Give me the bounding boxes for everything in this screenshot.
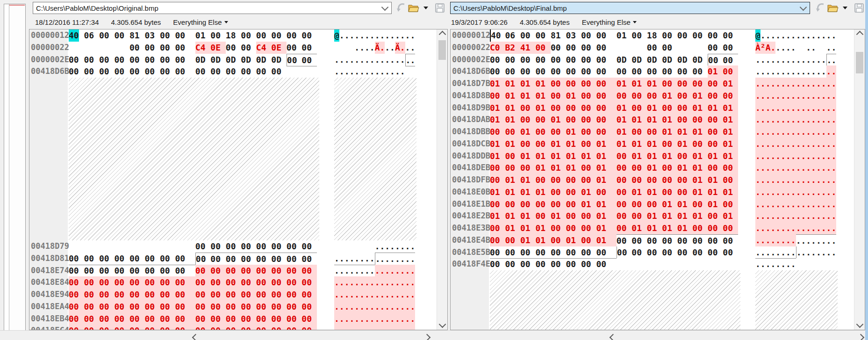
hex-byte[interactable]: 01 — [647, 162, 662, 174]
hex-byte[interactable]: 00 — [581, 78, 596, 90]
ascii-char[interactable]: . — [796, 29, 801, 42]
hex-byte[interactable]: 00 — [677, 78, 693, 90]
ascii-char[interactable]: . — [354, 325, 359, 330]
ascii-char[interactable]: . — [806, 138, 811, 150]
ascii-char[interactable]: . — [770, 102, 775, 114]
hex-byte[interactable]: 00 — [617, 65, 632, 78]
ascii-char[interactable]: . — [354, 265, 359, 277]
ascii-char[interactable]: . — [770, 29, 775, 42]
hex-byte[interactable]: 00 — [69, 276, 84, 289]
ascii-char[interactable]: . — [831, 174, 836, 186]
hex-byte[interactable]: 00 — [490, 126, 505, 138]
hex-byte[interactable]: 00 — [647, 90, 662, 102]
hex-byte[interactable]: 00 — [662, 138, 677, 150]
ascii-char[interactable]: . — [339, 54, 344, 66]
ascii-char[interactable]: . — [806, 222, 811, 234]
hex-byte[interactable]: 00 — [677, 174, 693, 186]
ascii-char[interactable]: . — [781, 198, 786, 210]
ascii-char[interactable]: . — [370, 42, 375, 54]
hex-byte[interactable]: 00 — [551, 102, 566, 114]
ascii-char[interactable]: . — [760, 138, 766, 150]
hex-byte[interactable]: 01 — [723, 78, 738, 90]
ascii-char[interactable]: . — [380, 29, 385, 42]
hex-byte[interactable]: 00 — [195, 65, 211, 78]
hex-byte[interactable]: 01 — [581, 150, 596, 162]
hex-byte[interactable]: 00 — [551, 65, 566, 78]
hex-byte[interactable]: 00 — [84, 276, 100, 289]
hex-byte[interactable]: 00 — [256, 253, 272, 265]
hex-byte[interactable]: 00 — [566, 258, 581, 270]
hex-byte[interactable]: 01 — [631, 222, 647, 234]
hex-byte[interactable]: 00 — [617, 234, 632, 247]
hex-byte[interactable]: 00 — [662, 65, 677, 78]
ascii-char[interactable]: . — [796, 102, 801, 114]
hex-byte[interactable]: 0D — [241, 54, 256, 66]
hex-byte[interactable]: 00 — [69, 265, 84, 277]
ascii-char[interactable]: . — [801, 222, 806, 234]
hex-byte[interactable]: 00 — [520, 114, 536, 126]
hex-byte[interactable]: 01 — [581, 198, 596, 210]
hex-byte[interactable]: 06 — [84, 29, 100, 42]
hex-byte[interactable]: 00 — [175, 253, 195, 265]
hex-byte[interactable]: 00 — [505, 126, 521, 138]
hex-byte[interactable]: 00 — [677, 234, 693, 247]
ascii-char[interactable]: . — [766, 102, 771, 114]
hex-byte[interactable]: 00 — [708, 210, 723, 222]
hex-byte[interactable]: 00 — [596, 65, 617, 78]
ascii-char[interactable]: . — [801, 114, 806, 126]
hex-byte[interactable]: 00 — [617, 174, 632, 186]
ascii-char[interactable]: . — [405, 325, 410, 330]
hex-byte[interactable]: 00 — [241, 301, 256, 313]
right-browse-menu-button[interactable] — [841, 2, 849, 14]
ascii-char[interactable]: . — [770, 90, 775, 102]
ascii-char[interactable]: . — [806, 150, 811, 162]
left-browse-button[interactable] — [408, 2, 420, 14]
hex-byte[interactable]: C0 — [490, 42, 505, 54]
ascii-char[interactable]: . — [786, 102, 791, 114]
ascii-char[interactable]: . — [390, 276, 395, 289]
ascii-char[interactable]: . — [781, 138, 786, 150]
hex-byte[interactable]: 01 — [617, 102, 632, 114]
hex-byte[interactable]: 01 — [551, 138, 566, 150]
ascii-char[interactable]: . — [755, 90, 760, 102]
hex-byte[interactable]: 00 — [520, 65, 536, 78]
ascii-char[interactable]: . — [359, 253, 365, 265]
ascii-char[interactable]: . — [781, 210, 786, 222]
ascii-char[interactable]: . — [770, 114, 775, 126]
ascii-char[interactable]: . — [766, 90, 771, 102]
hex-byte[interactable]: 01 — [647, 210, 662, 222]
hex-byte[interactable]: 01 — [520, 210, 536, 222]
hex-byte[interactable]: 00 — [84, 265, 100, 277]
ascii-char[interactable]: . — [801, 102, 806, 114]
ascii-char[interactable]: . — [760, 65, 766, 78]
hex-byte[interactable]: 00 — [647, 234, 662, 247]
ascii-char[interactable]: . — [806, 114, 811, 126]
hex-byte[interactable]: 00 — [723, 65, 738, 78]
ascii-char[interactable]: . — [796, 114, 801, 126]
ascii-char[interactable]: . — [339, 29, 344, 42]
ascii-char[interactable]: . — [806, 234, 811, 247]
ascii-char[interactable]: . — [801, 162, 806, 174]
ascii-char[interactable]: . — [770, 42, 775, 54]
ascii-char[interactable]: . — [760, 78, 766, 90]
hex-byte[interactable]: 00 — [708, 54, 723, 67]
hex-byte[interactable]: 00 — [505, 198, 521, 210]
hex-byte[interactable]: 00 — [520, 138, 536, 150]
hex-byte[interactable]: 00 — [210, 240, 226, 253]
ascii-char[interactable]: . — [755, 150, 760, 162]
ascii-char[interactable]: @ — [755, 29, 760, 42]
hex-byte[interactable]: 00 — [723, 174, 738, 186]
hex-byte[interactable]: 00 — [617, 222, 632, 234]
ascii-char[interactable]: . — [400, 276, 405, 289]
hex-byte[interactable]: 01 — [596, 222, 617, 234]
ascii-char[interactable]: . — [801, 150, 806, 162]
ascii-char[interactable]: . — [760, 126, 766, 138]
hex-byte[interactable]: 01 — [536, 102, 551, 114]
ascii-char[interactable]: . — [786, 210, 791, 222]
ascii-char[interactable]: . — [390, 301, 395, 313]
ascii-char[interactable]: . — [781, 65, 786, 78]
hex-byte[interactable]: 00 — [226, 313, 241, 325]
ascii-char[interactable]: . — [821, 174, 826, 186]
horizontal-scrollbar-strip[interactable] — [0, 330, 868, 340]
ascii-char[interactable]: . — [755, 102, 760, 114]
